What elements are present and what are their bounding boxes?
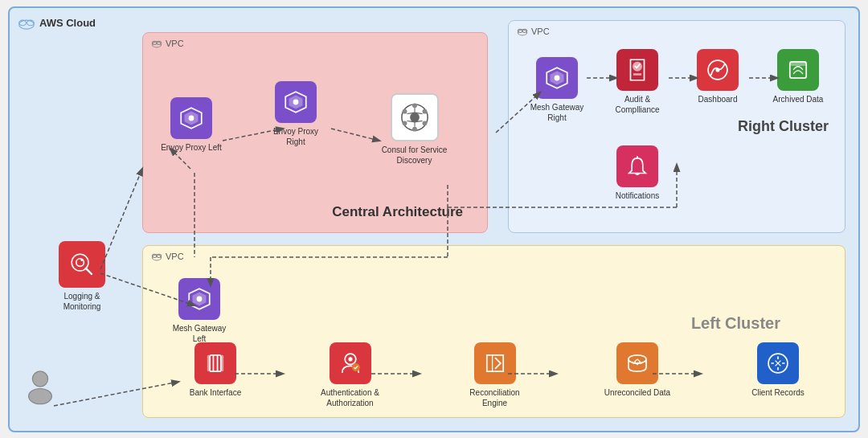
svg-point-14: [412, 103, 417, 108]
mesh-gateway-left-node: Mesh Gateway Left: [167, 278, 231, 344]
notifications-icon: [616, 145, 658, 187]
bank-interface-icon: [194, 342, 236, 384]
left-vpc-box: VPC Mesh Gateway Left Left Cluster: [142, 245, 845, 418]
logging-monitoring-node: Logging & Monitoring: [50, 241, 114, 312]
svg-rect-33: [633, 73, 641, 76]
client-records-node: Client Records: [746, 342, 810, 398]
audit-compliance-icon: [616, 49, 658, 91]
user-icon: [24, 369, 56, 405]
svg-point-35: [715, 68, 719, 72]
dashboard-node: Dashboard: [686, 49, 750, 104]
left-vpc-icon: [151, 251, 162, 262]
right-cluster-label: Right Cluster: [738, 118, 829, 135]
left-vpc-label: VPC: [151, 251, 184, 262]
svg-point-11: [293, 99, 299, 104]
reconciliation-node: Reconciliation Engine: [457, 342, 533, 408]
svg-point-13: [410, 113, 420, 122]
envoy-proxy-right-icon: [275, 81, 317, 123]
archived-data-icon: [777, 49, 819, 91]
envoy-proxy-left-icon: [170, 97, 212, 139]
consul-icon: [391, 93, 439, 141]
unreconciled-node: Unreconciled Data: [601, 342, 674, 398]
mesh-gateway-right-node: Mesh Gateway Right: [525, 57, 589, 123]
dashboard-icon: [697, 49, 739, 91]
svg-point-0: [19, 20, 35, 29]
svg-point-17: [412, 126, 417, 131]
svg-point-53: [628, 354, 646, 362]
reconciliation-icon: [474, 342, 516, 384]
mesh-gateway-left-icon: [178, 278, 220, 320]
svg-point-31: [555, 75, 560, 80]
svg-point-16: [422, 121, 427, 125]
svg-point-44: [197, 296, 203, 301]
svg-rect-48: [207, 354, 210, 370]
central-vpc-box: VPC Envoy Proxy Left Envoy: [142, 32, 488, 233]
svg-point-8: [189, 115, 194, 121]
envoy-proxy-left-node: Envoy Proxy Left: [159, 97, 223, 153]
right-vpc-label: VPC: [517, 26, 550, 37]
envoy-proxy-right-node: Envoy Proxy Right: [264, 81, 328, 147]
central-vpc-icon: [151, 38, 162, 49]
mesh-gateway-right-icon: [536, 57, 578, 99]
svg-point-18: [402, 121, 407, 125]
svg-point-19: [402, 108, 407, 113]
svg-rect-37: [790, 61, 806, 65]
auth-node: Authentication & Authorization: [312, 342, 388, 408]
svg-point-51: [348, 357, 352, 361]
user-node: [24, 369, 56, 408]
central-arch-label: Central Architecture: [332, 204, 463, 220]
left-cluster-label: Left Cluster: [691, 314, 780, 333]
right-vpc-box: VPC Mesh Gateway Right: [508, 20, 845, 233]
svg-point-60: [32, 370, 47, 386]
right-vpc-icon: [517, 26, 528, 37]
svg-rect-45: [210, 354, 221, 370]
aws-cloud-label: AWS Cloud: [18, 14, 96, 32]
svg-point-15: [422, 108, 427, 113]
svg-rect-49: [221, 354, 223, 370]
bank-interface-node: Bank Interface: [183, 342, 248, 398]
client-records-icon: [757, 342, 799, 384]
consul-node: Consul for Service Discovery: [376, 93, 452, 166]
unreconciled-icon: [616, 342, 658, 384]
svg-point-61: [29, 388, 52, 403]
notifications-node: Notifications: [605, 145, 669, 201]
svg-line-58: [86, 268, 92, 273]
archived-data-node: Archived Data: [766, 49, 830, 104]
diagram-container: AWS Cloud VPC Envoy Proxy Left: [8, 6, 860, 432]
audit-compliance-node: Audit & Complliance: [605, 49, 669, 115]
aws-cloud-icon: [18, 14, 35, 32]
central-vpc-label: VPC: [151, 38, 184, 49]
svg-point-59: [80, 258, 83, 260]
auth-icon: [330, 342, 371, 384]
logging-monitoring-icon: [59, 241, 105, 288]
